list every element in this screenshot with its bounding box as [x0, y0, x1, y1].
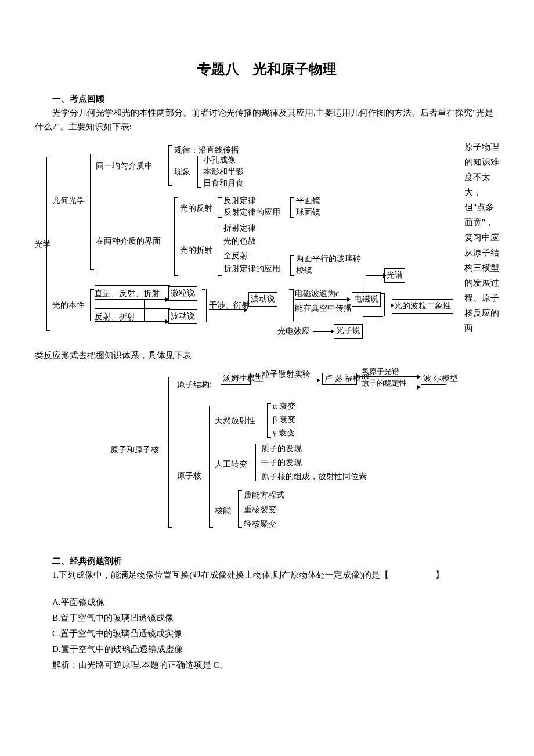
- phenom-label: 现象: [174, 165, 190, 178]
- medium-same-label: 同一均匀介质中: [96, 160, 153, 172]
- wave-box: 波动说: [168, 309, 197, 323]
- alpha-decay-label: α 衰变: [273, 400, 295, 413]
- option-c: C.置于空气中的玻璃凸透镜成实像: [35, 627, 499, 640]
- option-b: B.置于空气中的玻璃凹透镜成像: [35, 611, 499, 625]
- q1-stem: 1.下列成像中，能满足物像位置互换(即在成像处换上物体,则在原物体处一定成像)的…: [52, 570, 389, 579]
- vacuum-label: 能在真空中传播: [295, 302, 352, 315]
- bridge-text: 类反应形式去把握知识体系，具体见下表: [35, 348, 499, 362]
- photon-box: 光子说: [334, 324, 363, 338]
- h-spectrum-label: 氢原子光谱: [362, 366, 399, 378]
- analysis-text: 解析：由光路可逆原理,本题的正确选项是 C。: [35, 658, 499, 672]
- page-title: 专题八 光和原子物理: [35, 58, 499, 80]
- sphere-mirror-label: 球面镜: [296, 206, 320, 219]
- dispersion-label: 光的色散: [223, 235, 256, 248]
- q1-end: 】: [435, 570, 444, 579]
- reflect-label: 光的反射: [180, 202, 212, 215]
- atom-root-label: 原子和原子核: [110, 444, 159, 456]
- refract-label: 光的折射: [180, 244, 212, 257]
- refract-app-label: 折射定律的应用: [223, 262, 280, 275]
- mass-energy-label: 质能方程式: [244, 489, 284, 502]
- prism-label: 棱镜: [296, 264, 312, 277]
- fusion-label: 轻核聚变: [244, 518, 276, 531]
- section2-heading: 二、经典例题剖析: [35, 554, 499, 568]
- rutherford-box: 卢 瑟 福模型: [322, 373, 357, 384]
- em-box: 电磁说: [352, 292, 381, 306]
- atom-struct-label: 原子结构:: [177, 379, 212, 391]
- option-a: A.平面镜成像: [35, 595, 499, 609]
- geom-optics-label: 几何光学: [52, 195, 85, 207]
- particle-box: 微粒说: [168, 286, 197, 300]
- q1-text: 1.下列成像中，能满足物像位置互换(即在成像处换上物体,则在原物体处一定成像)的…: [35, 568, 499, 582]
- atom-tree: 原子和原子核 原子结构: 汤姆生模型 α 粒子散射实验 卢 瑟 福模型 氢原子光…: [35, 368, 499, 542]
- eclipse-label: 日食和月食: [203, 177, 244, 190]
- thomson-box: 汤姆生模型: [221, 373, 251, 384]
- beta-decay-label: β 衰变: [273, 413, 295, 426]
- path2-label: 反射、折射: [95, 311, 135, 323]
- neutron-label: 中子的发现: [261, 456, 302, 469]
- alpha-exp-label: α 粒子散射实验: [255, 368, 311, 381]
- section1-heading: 一、考点回顾: [35, 92, 499, 106]
- section1-p1: 光学分几何光学和光的本性两部分。前者讨论光传播的规律及其应用,主要运用几何作图的…: [35, 106, 499, 134]
- composition-label: 原子核的组成，放射性同位素: [261, 470, 367, 483]
- refract-law-label: 折射定律: [223, 222, 256, 235]
- right-column-text: 原子物理的知识难度不太大，但"点多面宽"，复习中应从原子结构三模型的发展过程、原…: [464, 139, 499, 336]
- fission-label: 重核裂变: [244, 503, 276, 516]
- option-d: D.置于空气中的玻璃凸透镜成虚像: [35, 642, 499, 656]
- gamma-decay-label: γ 衰变: [273, 427, 295, 440]
- medium-two-label: 在两种介质的界面: [96, 235, 161, 248]
- wave2-box: 波动说: [248, 292, 277, 306]
- tree-root-label: 光学: [35, 238, 44, 251]
- optics-tree: 原子物理的知识难度不太大，但"点多面宽"，复习中应从原子结构三模型的发展过程、原…: [35, 139, 499, 343]
- reflect-app-label: 反射定律的应用: [223, 206, 280, 219]
- light-nature-label: 光的本性: [52, 299, 85, 312]
- spectrum-box: 光谱: [384, 268, 405, 282]
- natural-rad-label: 天然放射性: [215, 415, 255, 427]
- bohr-box: 波 尔模型: [421, 373, 446, 384]
- photoelectric-label: 光电效应: [277, 325, 310, 338]
- duality-box: 光的波粒二象性: [392, 299, 453, 313]
- proton-label: 质子的发现: [261, 442, 302, 455]
- stability-label: 原子的稳定性: [362, 377, 407, 390]
- nucleus-label: 原子核: [177, 470, 201, 483]
- nuclear-energy-label: 核能: [215, 505, 231, 517]
- tir-label: 全反射: [223, 250, 248, 262]
- artificial-label: 人工转变: [215, 458, 247, 471]
